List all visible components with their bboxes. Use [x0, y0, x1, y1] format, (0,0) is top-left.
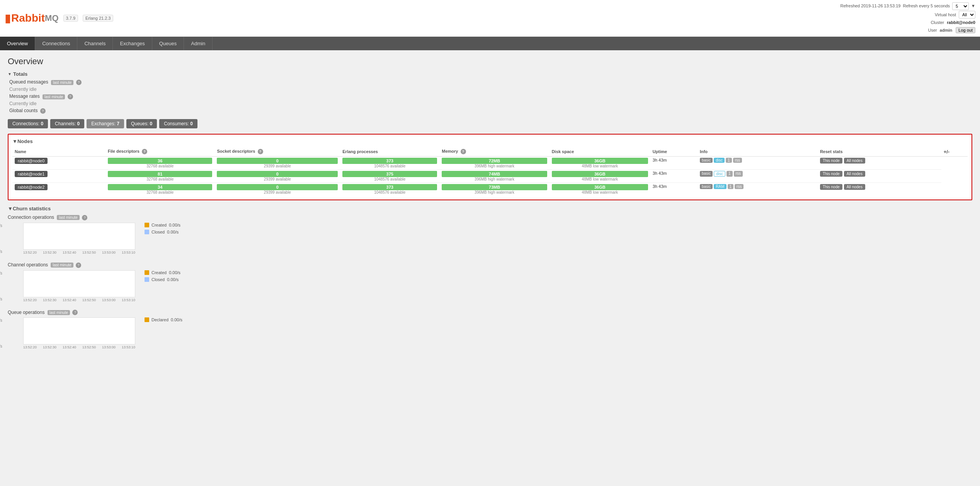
all-nodes-btn-1[interactable]: All nodes — [844, 171, 865, 177]
nav-queues[interactable]: Queues — [152, 37, 184, 50]
cluster-val: rabbit@node0 — [947, 20, 975, 25]
erlang-badge: Erlang 21.2.3 — [83, 15, 113, 22]
chan-y-top: 1.0/s — [0, 271, 2, 275]
queue-ops-label: Queue operations last minute ? — [8, 310, 972, 315]
node-uptime-1: 3h 43m — [650, 169, 698, 182]
cluster-row: Cluster rabbit@node0 — [840, 19, 975, 27]
channels-button[interactable]: Channels: 0 — [50, 119, 84, 128]
refresh-select[interactable]: 5 10 30 60 — [952, 2, 969, 10]
socket-desc-help[interactable]: ? — [258, 149, 263, 154]
chan-closed-val: 0.00/s — [167, 277, 179, 282]
churn-title[interactable]: ▼ Churn statistics — [8, 206, 972, 211]
totals-header[interactable]: ▼ Totals — [8, 71, 972, 77]
nav-admin[interactable]: Admin — [184, 37, 213, 50]
node-reset-2: This nodeAll nodes — [818, 182, 941, 196]
node-tag-0-1[interactable]: disc — [714, 158, 725, 163]
global-counts-row: Global counts ? — [9, 108, 972, 114]
queues-button[interactable]: Queues: 0 — [126, 119, 157, 128]
idle-text-1: Currently idle — [9, 87, 972, 92]
global-counts-help-icon[interactable]: ? — [40, 108, 46, 114]
logout-button[interactable]: Log out — [956, 27, 975, 33]
nav-connections[interactable]: Connections — [35, 37, 77, 50]
nav-overview[interactable]: Overview — [0, 37, 35, 50]
channel-ops-section: Channel operations last minute ? 1.0/s 0… — [8, 262, 972, 302]
message-rates-help-icon[interactable]: ? — [68, 94, 73, 99]
queued-badge: last minute — [51, 80, 73, 85]
connections-button[interactable]: Connections: 0 — [8, 119, 48, 128]
totals-section: ▼ Totals Queued messages last minute ? C… — [8, 71, 972, 113]
node-tag-2-1[interactable]: RAM — [714, 184, 726, 189]
node-socket-desc-2: 029399 available — [214, 182, 340, 196]
user-row: User admin Log out — [840, 27, 975, 34]
col-name: Name — [12, 147, 105, 157]
logo-mq: MQ — [45, 13, 58, 23]
conn-chart-box — [23, 223, 135, 250]
consumers-button[interactable]: Consumers: 0 — [159, 119, 197, 128]
queue-y-top: 1.0/s — [0, 318, 2, 322]
this-node-btn-0[interactable]: This node — [820, 158, 842, 164]
node-tag-1-2[interactable]: 1 — [726, 171, 733, 177]
node-tag-2-0[interactable]: basic — [700, 184, 713, 189]
node-tag-0-0[interactable]: basic — [700, 158, 713, 163]
nodes-table: Name File descriptors ? Socket descripto… — [12, 147, 968, 196]
chan-ops-help[interactable]: ? — [76, 263, 81, 268]
file-desc-help[interactable]: ? — [142, 149, 147, 154]
node-memory-2: 73MB396MB high watermark — [439, 182, 550, 196]
conn-legend: Created 0.00/s Closed 0.00/s — [145, 223, 180, 237]
node-tag-1-1[interactable]: disc — [714, 171, 725, 177]
queue-ops-help[interactable]: ? — [72, 310, 78, 315]
nodes-label: Nodes — [17, 138, 33, 144]
node-name-btn-0[interactable]: rabbit@node0 — [15, 158, 48, 164]
conn-ops-help[interactable]: ? — [82, 215, 87, 220]
node-tag-2-3[interactable]: rss — [735, 184, 744, 189]
queue-declared-val: 0.00/s — [171, 317, 182, 322]
node-tag-0-3[interactable]: rss — [733, 158, 742, 163]
node-tag-1-0[interactable]: basic — [700, 171, 713, 177]
node-tag-0-2[interactable]: 1 — [726, 158, 732, 163]
this-node-btn-1[interactable]: This node — [820, 171, 842, 177]
chan-closed-legend: Closed 0.00/s — [145, 277, 180, 282]
node-socket-desc-1: 029399 available — [214, 169, 340, 182]
conn-y-bot: 0.0/s — [0, 249, 2, 254]
nav-channels[interactable]: Channels — [77, 37, 113, 50]
message-rates-badge: last minute — [43, 94, 65, 99]
node-name-btn-2[interactable]: rabbit@node2 — [15, 184, 48, 190]
queue-y-bot: 0.0/s — [0, 344, 2, 348]
node-socket-desc-0: 029399 available — [214, 156, 340, 169]
memory-help[interactable]: ? — [461, 149, 466, 154]
chan-legend: Created 0.00/s Closed 0.00/s — [145, 270, 180, 284]
all-nodes-btn-0[interactable]: All nodes — [844, 158, 865, 164]
logo: ▮ RabbitMQ — [5, 12, 59, 25]
content: Overview ▼ Totals Queued messages last m… — [0, 50, 980, 486]
chan-created-dot — [145, 270, 149, 275]
queue-declared-legend: Declared 0.00/s — [145, 317, 182, 322]
chan-closed-dot — [145, 277, 149, 282]
count-buttons: Connections: 0 Channels: 0 Exchanges: 7 … — [8, 119, 972, 128]
virtual-host-select[interactable]: All / — [959, 11, 975, 19]
all-nodes-btn-2[interactable]: All nodes — [844, 184, 865, 190]
nodes-header[interactable]: ▼ Nodes — [12, 138, 968, 144]
queued-help-icon[interactable]: ? — [76, 80, 82, 85]
chan-created-legend: Created 0.00/s — [145, 270, 180, 275]
node-reset-0: This nodeAll nodes — [818, 156, 941, 169]
col-erlang-proc: Erlang processes — [340, 147, 439, 157]
totals-triangle: ▼ — [8, 72, 12, 76]
node-tag-2-2[interactable]: 1 — [728, 184, 734, 189]
node-name-cell-1: rabbit@node1 — [12, 169, 105, 182]
logo-area: ▮ RabbitMQ 3.7.9 Erlang 21.2.3 — [5, 12, 113, 25]
chan-closed-label: Closed — [151, 277, 165, 282]
chan-chart-wrapper: 1.0/s 0.0/s 13:52:20 13:52:30 13:52:40 1… — [8, 270, 135, 302]
this-node-btn-2[interactable]: This node — [820, 184, 842, 190]
col-uptime: Uptime — [650, 147, 698, 157]
nodes-table-header-row: Name File descriptors ? Socket descripto… — [12, 147, 968, 157]
node-name-btn-1[interactable]: rabbit@node1 — [15, 171, 48, 177]
top-bar: ▮ RabbitMQ 3.7.9 Erlang 21.2.3 Refreshed… — [0, 0, 980, 37]
col-plusminus[interactable]: +/- — [941, 147, 968, 157]
nav-exchanges[interactable]: Exchanges — [113, 37, 152, 50]
queue-x-labels: 13:52:20 13:52:30 13:52:40 13:52:50 13:5… — [23, 345, 135, 349]
exchanges-button[interactable]: Exchanges: 7 — [87, 119, 124, 128]
conn-ops-badge: last minute — [57, 215, 79, 220]
node-reset-1: This nodeAll nodes — [818, 169, 941, 182]
queue-ops-text: Queue operations — [8, 310, 44, 315]
node-tag-1-3[interactable]: rss — [734, 171, 743, 177]
